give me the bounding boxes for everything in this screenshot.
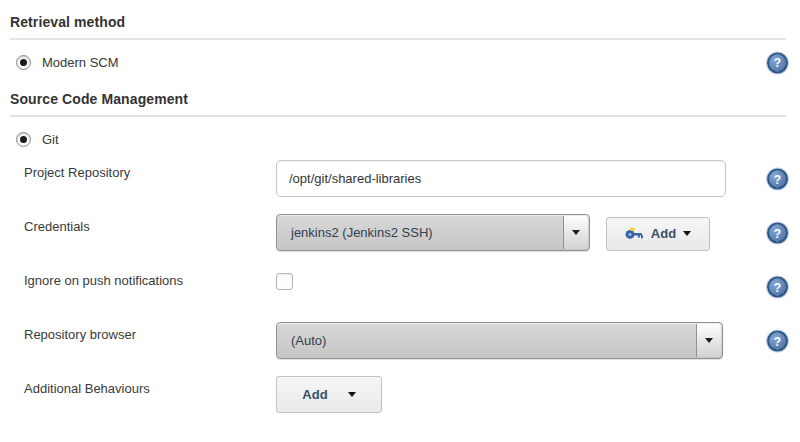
repository-browser-select[interactable]: (Auto)	[276, 322, 723, 359]
add-credentials-button[interactable]: Add	[606, 217, 710, 251]
project-repository-input[interactable]	[276, 160, 726, 197]
add-credentials-label: Add	[651, 226, 676, 241]
help-icon[interactable]: ?	[767, 331, 788, 352]
credentials-row: Credentials jenkins2 (Jenkins2 SSH) Add	[0, 214, 800, 252]
retrieval-method-option-row: Modern SCM ?	[0, 40, 800, 85]
ignore-push-row: Ignore on push notifications ?	[0, 268, 800, 306]
credentials-selected-value: jenkins2 (Jenkins2 SSH)	[277, 225, 433, 240]
repository-browser-label: Repository browser	[0, 322, 276, 343]
git-label: Git	[42, 132, 59, 147]
repository-browser-selected-value: (Auto)	[277, 333, 326, 348]
dropdown-arrow-segment[interactable]	[563, 216, 588, 249]
scm-heading: Source Code Management	[0, 85, 800, 115]
ignore-push-checkbox[interactable]	[276, 273, 293, 290]
credentials-select[interactable]: jenkins2 (Jenkins2 SSH)	[276, 214, 590, 251]
chevron-down-icon	[348, 392, 356, 397]
repository-browser-row: Repository browser (Auto) ?	[0, 322, 800, 360]
ignore-push-label: Ignore on push notifications	[0, 268, 276, 289]
git-option-row: Git	[0, 117, 800, 160]
help-icon[interactable]: ?	[767, 169, 788, 190]
add-behaviour-button[interactable]: Add	[276, 376, 382, 413]
key-icon	[625, 227, 644, 240]
project-repository-label: Project Repository	[0, 160, 276, 181]
dropdown-arrow-segment[interactable]	[696, 324, 721, 357]
additional-behaviours-row: Additional Behaviours Add	[0, 376, 800, 414]
chevron-down-icon	[572, 230, 580, 235]
help-icon[interactable]: ?	[767, 277, 788, 298]
additional-behaviours-label: Additional Behaviours	[0, 376, 276, 397]
radio-dot	[20, 59, 27, 66]
retrieval-method-heading: Retrieval method	[0, 8, 800, 38]
add-behaviour-label: Add	[302, 387, 327, 402]
modern-scm-radio[interactable]	[16, 55, 31, 70]
modern-scm-label: Modern SCM	[42, 55, 119, 70]
git-radio[interactable]	[16, 132, 31, 147]
chevron-down-icon	[683, 231, 691, 236]
chevron-down-icon	[705, 338, 713, 343]
radio-dot	[20, 136, 27, 143]
credentials-label: Credentials	[0, 214, 276, 235]
help-icon[interactable]: ?	[767, 223, 788, 244]
project-repository-row: Project Repository ?	[0, 160, 800, 198]
help-icon[interactable]: ?	[767, 52, 788, 73]
scm-config-form: Retrieval method Modern SCM ? Source Cod…	[0, 0, 800, 414]
